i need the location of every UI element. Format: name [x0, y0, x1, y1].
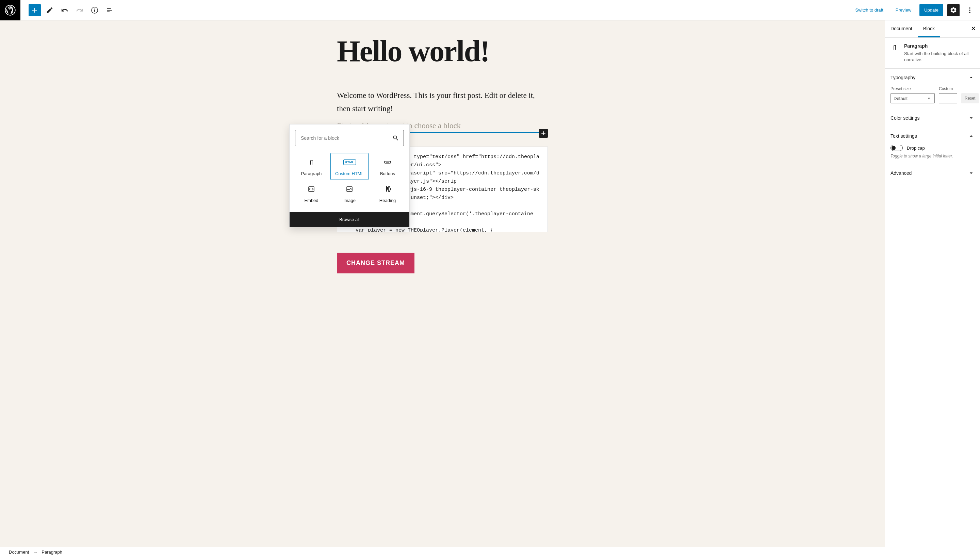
- preset-size-label: Preset size: [890, 86, 935, 91]
- change-stream-button[interactable]: CHANGE STREAM: [337, 252, 415, 274]
- drop-cap-toggle[interactable]: [890, 145, 903, 151]
- chevron-down-icon: [968, 170, 975, 176]
- block-name: Paragraph: [904, 43, 975, 49]
- inserter-custom-html[interactable]: HTML Custom HTML: [330, 153, 369, 180]
- search-icon: [392, 135, 399, 142]
- reset-size-button[interactable]: Reset: [961, 93, 978, 103]
- svg-rect-11: [387, 187, 388, 189]
- block-description: Start with the building block of all nar…: [904, 50, 975, 63]
- html-icon: HTML: [343, 158, 356, 166]
- inserter-embed[interactable]: Embed: [292, 180, 330, 207]
- chevron-up-icon: [968, 133, 975, 139]
- buttons-icon: [384, 158, 392, 166]
- embed-icon: [307, 185, 315, 193]
- svg-point-3: [969, 10, 970, 11]
- svg-rect-6: [386, 162, 389, 163]
- drop-cap-help: Toggle to show a large initial letter.: [885, 154, 980, 164]
- add-block-button[interactable]: [29, 4, 41, 16]
- breadcrumb-root[interactable]: Document: [9, 549, 29, 555]
- breadcrumb-leaf[interactable]: Paragraph: [41, 549, 62, 555]
- settings-sidebar: Document Block ✕ Paragraph Start with th…: [885, 20, 980, 547]
- image-icon: [345, 185, 354, 193]
- block-inserter-popover: Paragraph HTML Custom HTML Buttons Embed: [289, 124, 410, 227]
- info-button[interactable]: [88, 4, 101, 16]
- text-panel-toggle[interactable]: Text settings: [885, 127, 980, 145]
- edit-mode-button[interactable]: [44, 4, 56, 16]
- inserter-buttons[interactable]: Buttons: [369, 153, 407, 180]
- switch-to-draft-button[interactable]: Switch to draft: [851, 5, 887, 15]
- intro-paragraph[interactable]: Welcome to WordPress. This is your first…: [337, 89, 548, 115]
- redo-button[interactable]: [74, 4, 86, 16]
- tab-block[interactable]: Block: [918, 20, 940, 37]
- undo-button[interactable]: [59, 4, 71, 16]
- inserter-heading[interactable]: Heading: [369, 180, 407, 207]
- chevron-up-icon: [968, 74, 975, 81]
- settings-button[interactable]: [947, 4, 960, 16]
- typography-panel-toggle[interactable]: Typography: [885, 69, 980, 86]
- update-button[interactable]: Update: [920, 4, 943, 16]
- paragraph-icon: [890, 43, 899, 63]
- tab-document[interactable]: Document: [885, 20, 918, 37]
- custom-size-input[interactable]: [939, 93, 957, 103]
- preset-size-select[interactable]: Default: [890, 93, 935, 103]
- browse-all-button[interactable]: Browse all: [289, 212, 409, 227]
- close-sidebar-button[interactable]: ✕: [969, 24, 977, 33]
- custom-size-label: Custom: [939, 86, 957, 91]
- inserter-image[interactable]: Image: [330, 180, 369, 207]
- preview-button[interactable]: Preview: [892, 5, 915, 15]
- color-panel-toggle[interactable]: Color settings: [885, 109, 980, 127]
- post-title[interactable]: Hello world!: [337, 34, 548, 68]
- editor-canvas[interactable]: Hello world! Welcome to WordPress. This …: [0, 20, 885, 547]
- top-toolbar: Switch to draft Preview Update: [0, 0, 980, 20]
- breadcrumb-arrow-icon: →: [33, 549, 38, 555]
- block-search-input[interactable]: [295, 130, 404, 146]
- wordpress-logo[interactable]: [0, 0, 20, 20]
- svg-point-4: [969, 11, 970, 13]
- inserter-paragraph[interactable]: Paragraph: [292, 153, 330, 180]
- chevron-down-icon: [968, 115, 975, 121]
- svg-point-2: [969, 7, 970, 8]
- more-options-button[interactable]: [964, 4, 976, 16]
- paragraph-icon: [307, 158, 315, 166]
- heading-icon: [384, 185, 391, 193]
- drop-cap-label: Drop cap: [907, 145, 925, 151]
- advanced-panel-toggle[interactable]: Advanced: [885, 164, 980, 182]
- outline-button[interactable]: [103, 4, 116, 16]
- inline-add-block-button[interactable]: [539, 129, 548, 138]
- breadcrumb: Document → Paragraph: [0, 547, 980, 557]
- chevron-down-icon: [926, 96, 932, 101]
